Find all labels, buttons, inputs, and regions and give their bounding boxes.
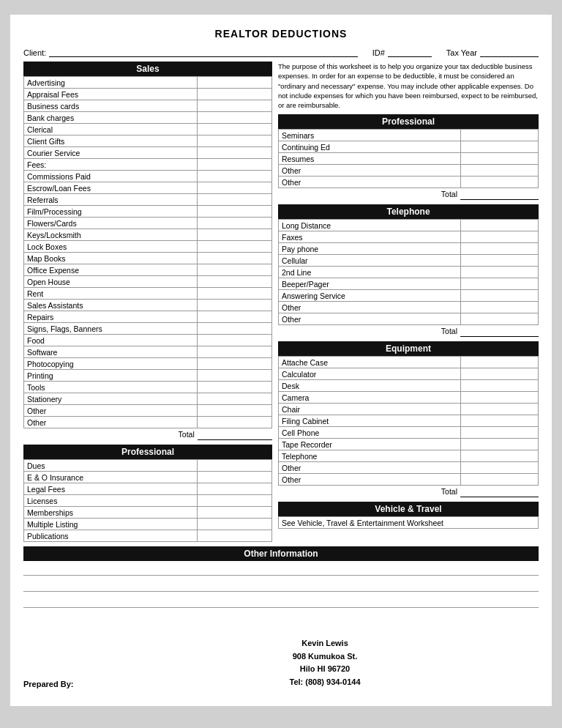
prof-left-item-label: Legal Fees	[24, 483, 198, 495]
prof-left-row: E & O Insurance	[24, 472, 272, 483]
sales-item-value[interactable]	[198, 159, 272, 171]
telephone-item-label: Beeper/Pager	[279, 278, 461, 290]
prof-right-total-row: Total	[279, 188, 539, 200]
sales-item-value[interactable]	[198, 405, 272, 417]
sales-item-value[interactable]	[198, 229, 272, 241]
equipment-item-label: Desk	[279, 380, 461, 392]
sales-item-value[interactable]	[198, 253, 272, 264]
sales-item-value[interactable]	[198, 241, 272, 253]
sales-item-value[interactable]	[198, 358, 272, 370]
telephone-item-value[interactable]	[460, 313, 539, 325]
equipment-item-value[interactable]	[460, 427, 539, 439]
sales-item-value[interactable]	[198, 288, 272, 300]
footer-address1: 908 Kumukoa St.	[111, 650, 539, 664]
sales-row: Appraisal Fees	[24, 89, 272, 100]
sales-item-label: Software	[24, 346, 198, 358]
sales-item-value[interactable]	[198, 100, 272, 112]
sales-item-value[interactable]	[198, 218, 272, 229]
taxyear-input-line[interactable]	[480, 47, 539, 57]
equipment-item-value[interactable]	[460, 368, 539, 380]
sales-row: Advertising	[24, 77, 272, 89]
equipment-item-value[interactable]	[460, 380, 539, 392]
prof-left-item-value[interactable]	[198, 472, 272, 483]
equipment-item-value[interactable]	[460, 450, 539, 462]
sales-item-value[interactable]	[198, 182, 272, 194]
sales-total-value[interactable]	[198, 428, 272, 440]
prof-right-item-value[interactable]	[460, 141, 539, 153]
sales-item-value[interactable]	[198, 323, 272, 335]
equipment-item-value[interactable]	[460, 392, 539, 404]
sales-item-label: Stationery	[24, 393, 198, 405]
sales-item-value[interactable]	[198, 124, 272, 135]
telephone-item-value[interactable]	[460, 267, 539, 278]
telephone-item-value[interactable]	[460, 231, 539, 243]
id-input-line[interactable]	[388, 47, 432, 57]
telephone-row: Other	[279, 302, 539, 313]
client-input-line[interactable]	[49, 47, 357, 57]
telephone-total-label: Total	[279, 325, 461, 337]
sales-item-value[interactable]	[198, 276, 272, 288]
prof-right-total-value[interactable]	[460, 188, 539, 200]
other-info-line-1[interactable]	[23, 564, 539, 576]
sales-item-value[interactable]	[198, 206, 272, 218]
sales-item-value[interactable]	[198, 311, 272, 323]
sales-item-value[interactable]	[198, 370, 272, 382]
other-info-line-2[interactable]	[23, 580, 539, 592]
equipment-total-value[interactable]	[460, 486, 539, 497]
sales-item-value[interactable]	[198, 264, 272, 276]
telephone-item-label: Long Distance	[279, 220, 461, 231]
sales-item-value[interactable]	[198, 417, 272, 428]
equipment-item-value[interactable]	[460, 404, 539, 415]
prof-right-item-value[interactable]	[460, 165, 539, 177]
prof-left-item-value[interactable]	[198, 507, 272, 519]
sales-item-value[interactable]	[198, 194, 272, 206]
sales-total-label: Total	[24, 428, 198, 440]
equipment-row: Desk	[279, 380, 539, 392]
prof-left-item-value[interactable]	[198, 483, 272, 495]
prof-right-item-value[interactable]	[460, 177, 539, 188]
sales-item-label: Other	[24, 417, 198, 428]
telephone-item-value[interactable]	[460, 302, 539, 313]
sales-row: Map Books	[24, 253, 272, 264]
telephone-item-value[interactable]	[460, 243, 539, 255]
prof-left-item-value[interactable]	[198, 530, 272, 542]
equipment-item-value[interactable]	[460, 357, 539, 368]
equipment-item-label: Other	[279, 462, 461, 474]
prof-right-item-value[interactable]	[460, 153, 539, 165]
sales-item-label: Client Gifts	[24, 135, 198, 147]
sales-item-value[interactable]	[198, 89, 272, 100]
equipment-item-value[interactable]	[460, 439, 539, 450]
telephone-total-value[interactable]	[460, 325, 539, 337]
prof-left-item-label: Dues	[24, 460, 198, 472]
sales-item-value[interactable]	[198, 346, 272, 358]
telephone-item-value[interactable]	[460, 278, 539, 290]
sales-item-value[interactable]	[198, 382, 272, 393]
sales-item-value[interactable]	[198, 300, 272, 311]
sales-item-value[interactable]	[198, 171, 272, 182]
sales-row: Software	[24, 346, 272, 358]
taxyear-label: Tax Year	[446, 48, 477, 57]
other-info-line-3[interactable]	[23, 596, 539, 608]
sales-item-value[interactable]	[198, 135, 272, 147]
prof-right-item-value[interactable]	[460, 130, 539, 141]
equipment-item-label: Cell Phone	[279, 427, 461, 439]
sales-item-value[interactable]	[198, 147, 272, 159]
prof-left-item-value[interactable]	[198, 460, 272, 472]
telephone-item-value[interactable]	[460, 255, 539, 267]
prof-right-item-label: Other	[279, 177, 461, 188]
prof-left-item-value[interactable]	[198, 495, 272, 507]
telephone-item-value[interactable]	[460, 290, 539, 302]
sales-item-value[interactable]	[198, 77, 272, 89]
equipment-item-value[interactable]	[460, 415, 539, 427]
sales-item-value[interactable]	[198, 112, 272, 124]
sales-item-label: Lock Boxes	[24, 241, 198, 253]
sales-item-value[interactable]	[198, 335, 272, 346]
equipment-row: Telephone	[279, 450, 539, 462]
prof-left-item-label: E & O Insurance	[24, 472, 198, 483]
telephone-item-value[interactable]	[460, 220, 539, 231]
prof-left-item-value[interactable]	[198, 519, 272, 530]
equipment-item-value[interactable]	[460, 462, 539, 474]
sales-item-label: Appraisal Fees	[24, 89, 198, 100]
equipment-item-value[interactable]	[460, 474, 539, 486]
sales-item-value[interactable]	[198, 393, 272, 405]
